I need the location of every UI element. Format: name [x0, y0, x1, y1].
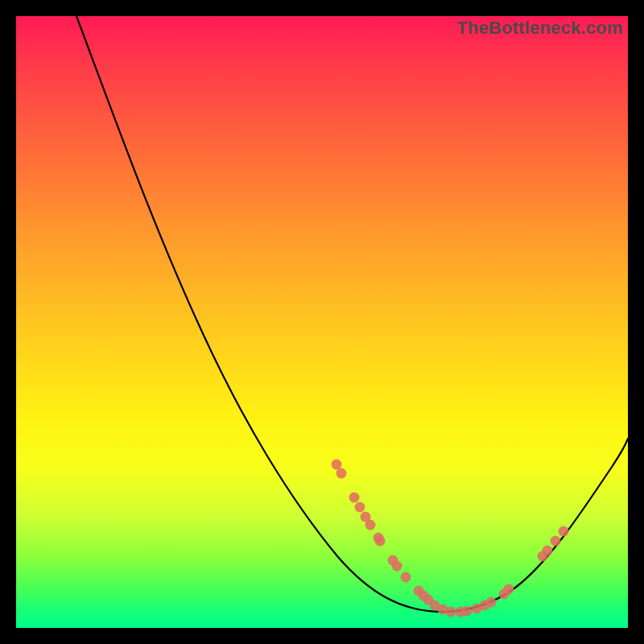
curve-layer: [16, 16, 628, 628]
data-point: [392, 561, 402, 572]
data-point: [551, 536, 561, 547]
data-point: [486, 597, 497, 608]
data-point: [504, 584, 514, 595]
data-point: [543, 546, 553, 556]
bottleneck-curve: [76, 16, 628, 612]
data-point: [365, 520, 376, 530]
data-points-group: [332, 460, 569, 617]
data-point: [446, 607, 456, 617]
data-point: [349, 493, 360, 503]
chart-frame: TheBottleneck.com: [16, 16, 628, 628]
data-point: [332, 460, 342, 470]
data-point: [336, 469, 347, 479]
data-point: [462, 606, 473, 617]
data-point: [401, 572, 411, 583]
data-point: [559, 526, 569, 537]
data-point: [355, 502, 365, 513]
data-point: [375, 536, 386, 547]
